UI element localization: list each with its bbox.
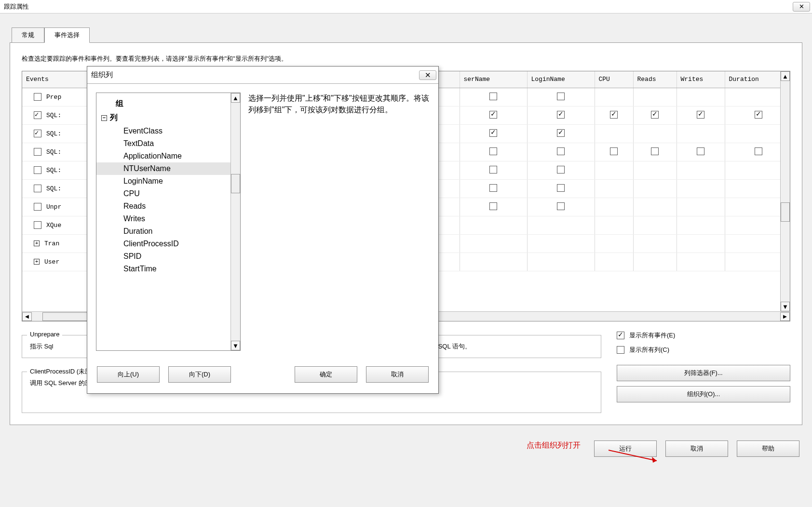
column-checkbox[interactable]: [557, 111, 565, 119]
column-checkbox[interactable]: [489, 147, 497, 155]
column-checkbox[interactable]: [489, 202, 497, 210]
event-label: Prep: [46, 93, 61, 101]
column-checkbox[interactable]: [651, 111, 659, 119]
tree-item[interactable]: CPU: [96, 187, 240, 200]
modal-close-button[interactable]: ✕: [419, 70, 436, 80]
modal-cancel-button[interactable]: 取消: [366, 366, 429, 383]
modal-explain-text: 选择一列并使用"上移"和"下移"按钮更改其顺序。将该列移到"组"下，可按该列对数…: [248, 93, 430, 351]
tree-item[interactable]: ClientProcessID: [96, 238, 240, 250]
column-checkbox[interactable]: [697, 111, 704, 119]
move-down-button[interactable]: 向下(D): [168, 366, 231, 383]
collapse-icon[interactable]: −: [101, 115, 107, 121]
close-icon: ✕: [799, 3, 804, 10]
show-all-columns-option[interactable]: 显示所有列(C): [617, 346, 790, 354]
tree-columns-node[interactable]: − 列: [96, 111, 240, 125]
column-checkbox[interactable]: [489, 184, 497, 192]
annotation-text: 点击组织列打开: [527, 440, 581, 451]
column-checkbox[interactable]: [489, 166, 497, 173]
event-label: User: [44, 258, 59, 266]
instruction-text: 检查选定要跟踪的事件和事件列。要查看完整列表，请选择"显示所有事件"和"显示所有…: [22, 54, 790, 63]
column-checkbox[interactable]: [755, 147, 762, 155]
column-checkbox[interactable]: [651, 147, 659, 155]
column-checkbox[interactable]: [557, 166, 565, 173]
column-checkbox[interactable]: [557, 202, 565, 210]
ok-button[interactable]: 确定: [295, 366, 357, 383]
event-checkbox[interactable]: [34, 130, 41, 137]
col-header[interactable]: CPU: [595, 71, 633, 88]
close-icon: ✕: [425, 71, 431, 80]
column-checkbox[interactable]: [557, 129, 565, 137]
dialog-footer: 运行 取消 帮助: [0, 435, 812, 457]
column-checkbox[interactable]: [489, 111, 497, 119]
tree-item[interactable]: ApplicationName: [96, 150, 240, 162]
tree-item[interactable]: Duration: [96, 225, 240, 238]
event-desc-prefix: 指示 Sql: [30, 343, 53, 350]
show-all-events-checkbox[interactable]: [617, 332, 624, 339]
column-checkbox[interactable]: [610, 111, 618, 119]
tree-item[interactable]: NTUserName: [96, 162, 240, 175]
grid-vscroll[interactable]: ▲ ▼: [780, 71, 790, 311]
expand-icon[interactable]: +: [34, 259, 40, 265]
svg-marker-1: [652, 457, 657, 463]
event-label: Tran: [44, 240, 59, 247]
event-checkbox[interactable]: [34, 148, 41, 156]
window-close-button[interactable]: ✕: [793, 2, 810, 12]
col-header[interactable]: Reads: [633, 71, 677, 88]
event-checkbox[interactable]: [34, 185, 41, 192]
tab-general[interactable]: 常规: [12, 27, 44, 43]
tree-vscroll[interactable]: ▲ ▼: [230, 93, 240, 350]
column-tree[interactable]: 组 − 列 EventClassTextDataApplicationNameN…: [96, 93, 241, 351]
col-header[interactable]: LoginName: [527, 71, 595, 88]
event-label: Unpr: [46, 203, 61, 211]
scroll-down-icon[interactable]: ▼: [231, 341, 240, 350]
column-checkbox[interactable]: [489, 93, 497, 100]
scroll-up-icon[interactable]: ▲: [781, 71, 790, 81]
tree-group-node[interactable]: 组: [96, 97, 240, 111]
event-label: XQue: [46, 222, 61, 229]
column-checkbox[interactable]: [557, 93, 565, 100]
move-up-button[interactable]: 向上(U): [97, 366, 160, 383]
tree-item[interactable]: Writes: [96, 213, 240, 225]
annotation-arrow-icon: [609, 446, 666, 466]
vscroll-thumb[interactable]: [231, 174, 240, 193]
tab-events[interactable]: 事件选择: [44, 27, 90, 43]
event-checkbox[interactable]: [34, 203, 41, 211]
column-checkbox[interactable]: [557, 184, 565, 192]
window-title: 跟踪属性: [4, 2, 29, 11]
event-label: SQL:: [46, 185, 61, 192]
scroll-up-icon[interactable]: ▲: [231, 93, 240, 103]
show-all-columns-label: 显示所有列(C): [629, 346, 669, 354]
event-checkbox[interactable]: [34, 93, 41, 101]
organize-columns-button[interactable]: 组织列(O)...: [617, 386, 790, 402]
event-checkbox[interactable]: [34, 166, 41, 174]
scroll-left-icon[interactable]: ◄: [22, 312, 32, 321]
column-checkbox[interactable]: [489, 129, 497, 137]
event-label: SQL:: [46, 112, 61, 119]
modal-title: 组织列: [91, 70, 113, 80]
tree-item[interactable]: StartTime: [96, 263, 240, 275]
scroll-right-icon[interactable]: ►: [780, 312, 790, 321]
col-header[interactable]: Writes: [677, 71, 725, 88]
cancel-button[interactable]: 取消: [665, 440, 728, 457]
scroll-down-icon[interactable]: ▼: [781, 302, 790, 311]
tree-item[interactable]: TextData: [96, 137, 240, 150]
column-filter-button[interactable]: 列筛选器(F)...: [617, 365, 790, 381]
vscroll-thumb[interactable]: [781, 202, 790, 222]
main-titlebar: 跟踪属性 ✕: [0, 0, 812, 13]
event-checkbox[interactable]: [34, 111, 41, 119]
event-label: SQL:: [46, 148, 61, 156]
tree-item[interactable]: EventClass: [96, 125, 240, 137]
expand-icon[interactable]: +: [34, 240, 40, 246]
tree-item[interactable]: Reads: [96, 200, 240, 213]
event-checkbox[interactable]: [34, 221, 41, 229]
show-all-events-option[interactable]: 显示所有事件(E): [617, 331, 790, 340]
col-header[interactable]: serName: [460, 71, 527, 88]
column-checkbox[interactable]: [557, 147, 565, 155]
show-all-columns-checkbox[interactable]: [617, 346, 624, 354]
column-checkbox[interactable]: [610, 147, 618, 155]
column-checkbox[interactable]: [697, 147, 704, 155]
help-button[interactable]: 帮助: [737, 440, 799, 457]
tree-item[interactable]: SPID: [96, 250, 240, 263]
column-checkbox[interactable]: [755, 111, 762, 119]
tree-item[interactable]: LoginName: [96, 175, 240, 187]
